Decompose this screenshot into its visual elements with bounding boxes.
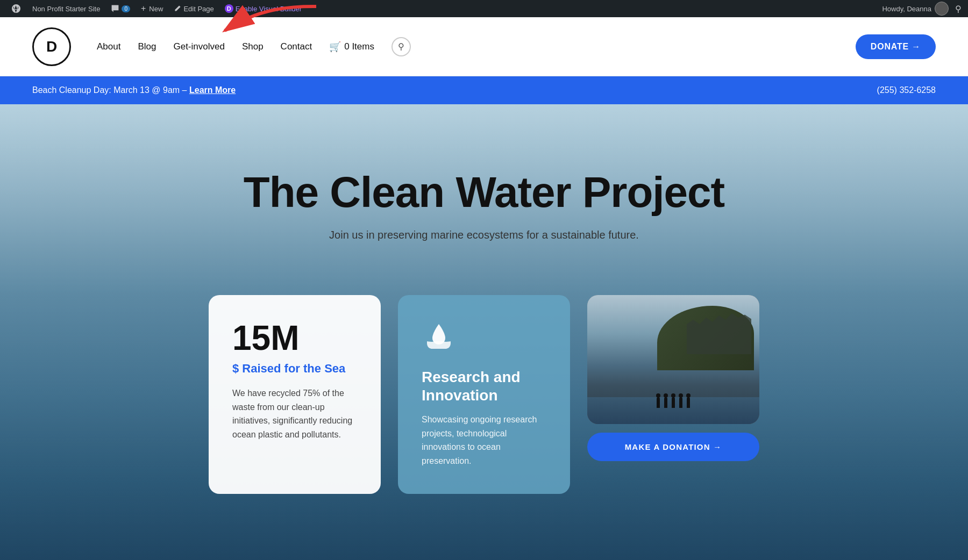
banner-text-area: Beach Cleanup Day: March 13 @ 9am – Lear… xyxy=(32,85,236,95)
coastal-bg xyxy=(587,295,759,424)
coastal-photo xyxy=(587,295,759,424)
nav-shop[interactable]: Shop xyxy=(242,41,264,52)
site-header: D About Blog Get-involved Shop Contact 🛒… xyxy=(0,17,968,76)
divi-icon: D xyxy=(225,4,233,13)
make-donation-button[interactable]: MAKE A DONATION → xyxy=(587,433,759,461)
person-5 xyxy=(687,397,690,408)
nav-get-involved[interactable]: Get-involved xyxy=(173,41,224,52)
banner-phone: (255) 352-6258 xyxy=(877,85,936,95)
hero-title: The Clean Water Project xyxy=(244,169,724,216)
site-logo[interactable]: D xyxy=(32,27,71,66)
person-1 xyxy=(657,397,660,408)
user-avatar xyxy=(935,2,949,16)
research-card: Research and Innovation Showcasing ongoi… xyxy=(398,295,570,494)
person-3 xyxy=(672,397,675,408)
header-left: D About Blog Get-involved Shop Contact 🛒… xyxy=(32,27,411,66)
water-hand-icon xyxy=(422,321,456,355)
cart-icon: 🛒 xyxy=(329,41,341,53)
search-icon: ⚲ xyxy=(398,41,404,52)
cart-count: 0 Items xyxy=(344,41,374,52)
cart-area[interactable]: 🛒 0 Items xyxy=(329,41,374,53)
blue-banner: Beach Cleanup Day: March 13 @ 9am – Lear… xyxy=(0,76,968,104)
admin-bar-enable-vb[interactable]: D Enable Visual Builder xyxy=(220,0,306,17)
stat-description: We have recycled 75% of the waste from o… xyxy=(232,386,357,441)
admin-bar-edit-page[interactable]: Edit Page xyxy=(169,0,218,17)
cards-area: 15M $ Raised for the Sea We have recycle… xyxy=(0,295,968,494)
header-search-button[interactable]: ⚲ xyxy=(392,37,411,56)
admin-bar-howdy[interactable]: Howdy, Deanna xyxy=(882,2,949,16)
admin-bar-site-name[interactable]: Non Profit Starter Site xyxy=(28,0,104,17)
hero-content: The Clean Water Project Join us in prese… xyxy=(244,104,724,274)
research-description: Showcasing ongoing research projects, te… xyxy=(422,413,546,468)
image-donate-card: MAKE A DONATION → xyxy=(587,295,759,494)
nav-about[interactable]: About xyxy=(97,41,120,52)
donate-button[interactable]: DONATE → xyxy=(856,34,936,59)
admin-bar-new[interactable]: + New xyxy=(137,0,167,17)
stat-label: $ Raised for the Sea xyxy=(232,362,357,376)
hero-subtitle: Join us in preserving marine ecosystems … xyxy=(244,229,724,241)
site-nav: About Blog Get-involved Shop Contact 🛒 0… xyxy=(97,37,411,56)
stat-card: 15M $ Raised for the Sea We have recycle… xyxy=(209,295,381,494)
admin-bar-search-icon[interactable]: ⚲ xyxy=(955,4,962,14)
admin-bar-comments[interactable]: 0 xyxy=(106,0,134,17)
banner-message: Beach Cleanup Day: March 13 @ 9am – xyxy=(32,85,187,95)
nav-contact[interactable]: Contact xyxy=(281,41,312,52)
wp-admin-bar: Non Profit Starter Site 0 + New Edit Pag… xyxy=(0,0,968,17)
person-4 xyxy=(679,397,682,408)
banner-learn-more-link[interactable]: Learn More xyxy=(189,85,236,95)
stat-number: 15M xyxy=(232,321,357,355)
person-2 xyxy=(664,397,667,408)
coastal-people xyxy=(657,397,690,408)
nav-blog[interactable]: Blog xyxy=(138,41,156,52)
research-title: Research and Innovation xyxy=(422,368,546,404)
research-icon-wrap xyxy=(422,321,456,357)
hero-section: The Clean Water Project Join us in prese… xyxy=(0,104,968,560)
wp-logo[interactable] xyxy=(6,0,26,17)
